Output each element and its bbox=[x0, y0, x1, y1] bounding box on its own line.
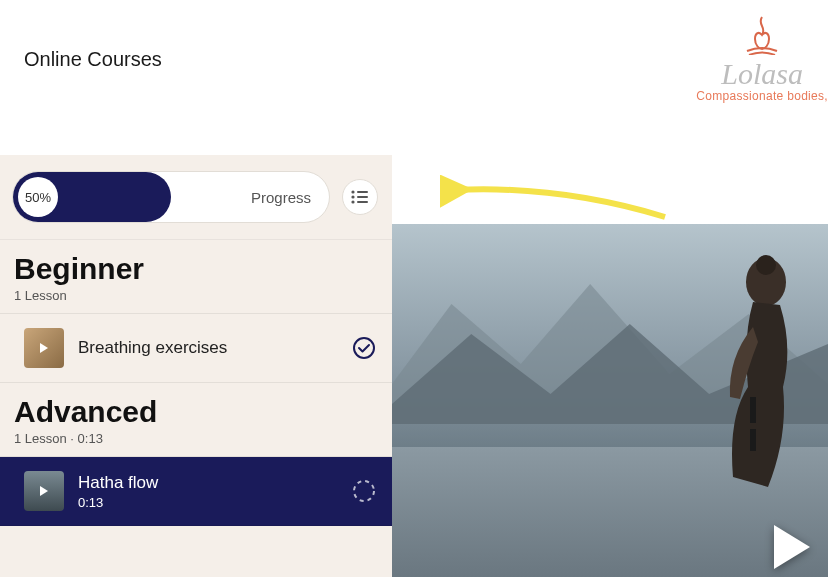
svg-rect-5 bbox=[357, 201, 368, 203]
svg-point-0 bbox=[351, 190, 354, 193]
lesson-duration: 0:13 bbox=[78, 495, 338, 510]
brand-name: Lolasa bbox=[696, 59, 828, 89]
section-meta: 1 Lesson · 0:13 bbox=[14, 431, 378, 446]
lesson-title: Hatha flow bbox=[78, 473, 338, 493]
course-sidebar: 50% Progress Beginner 1 Lesson Breathing… bbox=[0, 155, 392, 577]
svg-point-7 bbox=[354, 481, 374, 501]
svg-point-2 bbox=[351, 195, 354, 198]
check-circle-icon bbox=[352, 336, 376, 360]
list-icon bbox=[351, 190, 369, 204]
video-subject bbox=[658, 247, 818, 527]
svg-point-9 bbox=[756, 255, 776, 275]
brand-logo: Lolasa Compassionate bodies, bbox=[696, 15, 828, 103]
section-meta: 1 Lesson bbox=[14, 288, 378, 303]
svg-rect-10 bbox=[750, 397, 756, 423]
progress-circle-icon bbox=[352, 479, 376, 503]
progress-label: Progress bbox=[251, 189, 311, 206]
progress-percent: 50% bbox=[18, 177, 58, 217]
svg-rect-3 bbox=[357, 196, 368, 198]
play-icon bbox=[40, 486, 48, 496]
play-icon bbox=[40, 343, 48, 353]
svg-point-4 bbox=[351, 200, 354, 203]
svg-rect-11 bbox=[750, 429, 756, 451]
sidebar-toggle-button[interactable] bbox=[342, 179, 378, 215]
lesson-thumbnail bbox=[24, 328, 64, 368]
progress-bar: 50% Progress bbox=[12, 171, 330, 223]
video-player[interactable] bbox=[392, 224, 828, 577]
lesson-title: Breathing exercises bbox=[78, 338, 338, 358]
section-header-advanced: Advanced 1 Lesson · 0:13 bbox=[0, 383, 392, 457]
section-title: Advanced bbox=[14, 395, 378, 429]
section-title: Beginner bbox=[14, 252, 378, 286]
play-button[interactable] bbox=[774, 525, 810, 569]
svg-rect-1 bbox=[357, 191, 368, 193]
section-header-beginner: Beginner 1 Lesson bbox=[0, 240, 392, 314]
lesson-item-hatha[interactable]: Hatha flow 0:13 bbox=[0, 457, 392, 526]
lesson-thumbnail bbox=[24, 471, 64, 511]
page-title: Online Courses bbox=[24, 48, 162, 71]
progress-row: 50% Progress bbox=[0, 155, 392, 240]
svg-point-6 bbox=[354, 338, 374, 358]
brand-tagline: Compassionate bodies, bbox=[696, 89, 828, 103]
flame-icon bbox=[737, 15, 787, 55]
lesson-item-breathing[interactable]: Breathing exercises bbox=[0, 314, 392, 383]
